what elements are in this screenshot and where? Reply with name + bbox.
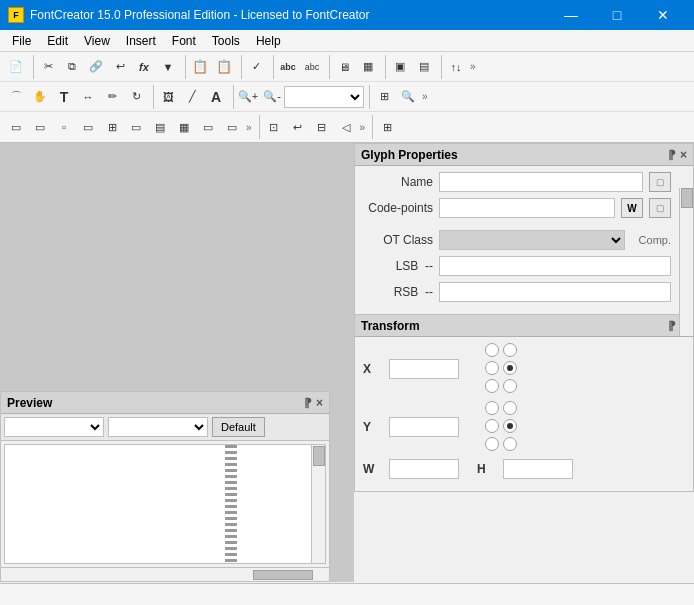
image-button[interactable]: 🖼 [156,85,180,109]
x-label: X [363,362,383,376]
arrow-button[interactable]: ↑↓ [444,55,468,79]
tb3-5[interactable]: ⊞ [100,115,124,139]
abc2-button[interactable]: abc [300,55,324,79]
tb3-6[interactable]: ▭ [124,115,148,139]
h-input[interactable] [503,459,573,479]
menu-help[interactable]: Help [248,30,289,51]
arrange-button[interactable]: ⊞ [372,85,396,109]
pencil-button[interactable]: ✏ [100,85,124,109]
more-button-3[interactable]: » [244,122,254,133]
paste-button[interactable]: 📋 [188,55,212,79]
radio-y-bl[interactable] [485,437,499,451]
more-button-1[interactable]: » [468,61,478,72]
separator-12 [369,115,373,139]
tb3-2[interactable]: ▭ [28,115,52,139]
rotate-button[interactable]: ↻ [124,85,148,109]
radio-x-mr[interactable] [503,361,517,375]
link-button[interactable]: 🔗 [84,55,108,79]
x-input[interactable] [389,359,459,379]
radio-y-mr[interactable] [503,419,517,433]
text-button[interactable]: T [52,85,76,109]
preview-pin-icon[interactable]: ⁋ [304,396,312,410]
hand-button[interactable]: ✋ [28,85,52,109]
tb3-12[interactable]: ↩ [286,115,310,139]
preview-select-2[interactable] [108,417,208,437]
abc-button[interactable]: abc [276,55,300,79]
check-button[interactable]: ✓ [244,55,268,79]
lsb-input[interactable] [439,256,671,276]
measure-button[interactable]: ↔ [76,85,100,109]
glyph-props-close-icon[interactable]: × [680,148,687,162]
codepoints-icon-btn1[interactable]: W [621,198,643,218]
w-input[interactable] [389,459,459,479]
minimize-button[interactable]: — [548,0,594,30]
tb3-1[interactable]: ▭ [4,115,28,139]
separator-4 [270,55,274,79]
tb3-10[interactable]: ▭ [220,115,244,139]
tb3-13[interactable]: ⊟ [310,115,334,139]
preview-close-icon[interactable]: × [316,396,323,410]
radio-x-bl[interactable] [485,379,499,393]
radio-x-tl[interactable] [485,343,499,357]
radio-y-br[interactable] [503,437,517,451]
menu-insert[interactable]: Insert [118,30,164,51]
preview-scrollbar[interactable] [311,445,325,563]
grid-button[interactable]: ▦ [356,55,380,79]
close-button[interactable]: ✕ [640,0,686,30]
menu-file[interactable]: File [4,30,39,51]
radio-y-tr[interactable] [503,401,517,415]
cut-button[interactable]: ✂ [36,55,60,79]
y-input[interactable] [389,417,459,437]
panel-button[interactable]: ▣ [388,55,412,79]
preview-select-1[interactable] [4,417,104,437]
a-button[interactable]: A [204,85,228,109]
zoom-dropdown[interactable] [284,86,364,108]
preview-bottom-scroll [1,567,329,581]
menu-view[interactable]: View [76,30,118,51]
new-button[interactable]: 📄 [4,55,28,79]
tb3-14[interactable]: ◁ [334,115,358,139]
tb3-3[interactable]: ▫ [52,115,76,139]
link2-button[interactable]: ↩ [108,55,132,79]
rsb-input[interactable] [439,282,671,302]
glyph-props-scrollbar[interactable] [679,188,693,336]
radio-x-br[interactable] [503,379,517,393]
tb3-4[interactable]: ▭ [76,115,100,139]
codepoints-icon-btn2[interactable]: ▢ [649,198,671,218]
tb3-7[interactable]: ▤ [148,115,172,139]
panel2-button[interactable]: ▤ [412,55,436,79]
glyph-props-pin-icon[interactable]: ⁋ [668,148,676,162]
radio-y-tl[interactable] [485,401,499,415]
ot-class-select[interactable] [439,230,625,250]
radio-x-tr[interactable] [503,343,517,357]
diagonal-button[interactable]: ╱ [180,85,204,109]
copy-button[interactable]: ⧉ [60,55,84,79]
menu-edit[interactable]: Edit [39,30,76,51]
codepoints-input[interactable] [439,198,615,218]
name-icon-btn[interactable]: ▢ [649,172,671,192]
more-button-4[interactable]: » [358,122,368,133]
filter-button[interactable]: ▼ [156,55,180,79]
tb3-11[interactable]: ⊡ [262,115,286,139]
radio-y-ml[interactable] [485,419,499,433]
more-button-2[interactable]: » [420,91,430,102]
fx-button[interactable]: fx [132,55,156,79]
tb3-9[interactable]: ▭ [196,115,220,139]
menu-tools[interactable]: Tools [204,30,248,51]
transform-pin-icon[interactable]: ⁋ [668,319,676,333]
preview-default-button[interactable]: Default [212,417,265,437]
preview-separator[interactable] [225,445,237,563]
name-input[interactable] [439,172,643,192]
paste2-button[interactable]: 📋 [212,55,236,79]
curve-button[interactable]: ⌒ [4,85,28,109]
preview-hscroll-thumb[interactable] [253,570,313,580]
tb3-8[interactable]: ▦ [172,115,196,139]
zoom-out-button[interactable]: 🔍- [260,85,284,109]
monitor-button[interactable]: 🖥 [332,55,356,79]
search2-button[interactable]: 🔍 [396,85,420,109]
maximize-button[interactable]: □ [594,0,640,30]
radio-x-ml[interactable] [485,361,499,375]
tb3-15[interactable]: ⊞ [375,115,399,139]
zoom-in-button[interactable]: 🔍+ [236,85,260,109]
menu-font[interactable]: Font [164,30,204,51]
